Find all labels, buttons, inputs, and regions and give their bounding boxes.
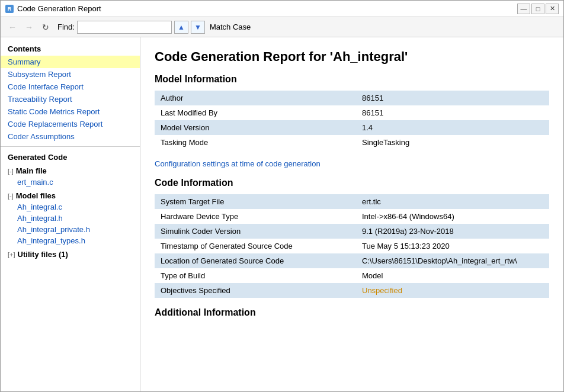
close-button[interactable]: ✕ (546, 4, 559, 14)
sidebar-item-static-code[interactable]: Static Code Metrics Report (1, 105, 140, 118)
title-bar: R Code Generation Report — □ ✕ (1, 1, 563, 17)
code-info-label-5: Type of Build (155, 268, 356, 283)
model-files-section: [-] Model files Ah_integral.c Ah_integra… (1, 189, 140, 248)
code-info-value-0: ert.tlc (356, 194, 549, 209)
sidebar-divider (1, 146, 140, 147)
utility-files-toggle[interactable]: [+] (8, 251, 15, 258)
table-row: Model Version 1.4 (155, 120, 549, 135)
model-files-header: [-] Model files (1, 190, 140, 201)
config-link[interactable]: Configuration settings at time of code g… (155, 159, 321, 168)
model-info-table: Author 86151 Last Modified By 86151 Mode… (155, 91, 549, 150)
ah-integral-c-link[interactable]: Ah_integral.c (1, 201, 140, 213)
generated-code-title: Generated Code (1, 150, 140, 164)
code-info-value-6: Unspecified (356, 283, 549, 298)
model-info-label-2: Model Version (155, 120, 356, 135)
model-info-label-1: Last Modified By (155, 105, 356, 120)
title-bar-left: R Code Generation Report (5, 4, 101, 13)
code-info-label-2: Simulink Coder Version (155, 224, 356, 239)
model-info-title: Model Information (155, 74, 549, 85)
code-info-label-3: Timestamp of Generated Source Code (155, 239, 356, 253)
table-row: Hardware Device Type Intel->x86-64 (Wind… (155, 209, 549, 224)
sidebar-item-code-interface[interactable]: Code Interface Report (1, 81, 140, 93)
utility-files-section: [+] Utility files (1) (1, 248, 140, 261)
find-up-button[interactable]: ▲ (174, 21, 188, 34)
contents-title: Contents (1, 42, 140, 56)
table-row: System Target File ert.tlc (155, 194, 549, 209)
code-info-label-4: Location of Generated Source Code (155, 253, 356, 268)
code-info-table: System Target File ert.tlc Hardware Devi… (155, 194, 549, 298)
model-info-label-0: Author (155, 91, 356, 105)
utility-files-header: [+] Utility files (1) (1, 249, 140, 260)
model-info-value-3: SingleTasking (356, 135, 549, 150)
main-area: Contents Summary Subsystem Report Code I… (1, 37, 563, 391)
table-row: Author 86151 (155, 91, 549, 105)
main-window: R Code Generation Report — □ ✕ ← → ↻ Fin… (0, 0, 564, 392)
table-row: Objectives Specified Unspecified (155, 283, 549, 298)
main-file-header: [-] Main file (1, 165, 140, 176)
code-info-title: Code Information (155, 178, 549, 188)
ah-integral-types-h-link[interactable]: Ah_integral_types.h (1, 235, 140, 246)
table-row: Location of Generated Source Code C:\Use… (155, 253, 549, 268)
model-info-label-3: Tasking Mode (155, 135, 356, 150)
table-row: Simulink Coder Version 9.1 (R2019a) 23-N… (155, 224, 549, 239)
code-info-value-2: 9.1 (R2019a) 23-Nov-2018 (356, 224, 549, 239)
code-info-label-0: System Target File (155, 194, 356, 209)
main-file-toggle[interactable]: [-] (8, 168, 14, 175)
title-bar-controls: — □ ✕ (517, 4, 559, 14)
code-info-label-1: Hardware Device Type (155, 209, 356, 224)
ert-main-link[interactable]: ert_main.c (1, 176, 140, 188)
refresh-button[interactable]: ↻ (39, 20, 53, 34)
main-file-label: Main file (16, 166, 47, 175)
back-button[interactable]: ← (5, 20, 20, 34)
content-area: Code Generation Report for 'Ah_integral'… (140, 37, 563, 391)
additional-info-title: Additional Information (155, 307, 549, 318)
model-info-value-0: 86151 (356, 91, 549, 105)
code-info-value-1: Intel->x86-64 (Windows64) (356, 209, 549, 224)
toolbar: ← → ↻ Find: ▲ ▼ Match Case (1, 17, 563, 37)
model-files-label: Model files (16, 191, 56, 200)
sidebar-item-code-replacements[interactable]: Code Replacements Report (1, 118, 140, 130)
find-input[interactable] (77, 21, 172, 34)
model-files-toggle[interactable]: [-] (8, 192, 14, 200)
sidebar-item-coder-assumptions[interactable]: Coder Assumptions (1, 130, 140, 143)
window-title: Code Generation Report (17, 4, 101, 13)
match-case-label: Match Case (210, 23, 251, 31)
minimize-button[interactable]: — (517, 4, 530, 14)
sidebar-item-subsystem[interactable]: Subsystem Report (1, 68, 140, 81)
code-info-value-3: Tue May 5 15:13:23 2020 (356, 239, 549, 253)
find-label: Find: (57, 23, 75, 31)
content-title: Code Generation Report for 'Ah_integral' (155, 49, 549, 65)
table-row: Tasking Mode SingleTasking (155, 135, 549, 150)
table-row: Timestamp of Generated Source Code Tue M… (155, 239, 549, 253)
sidebar: Contents Summary Subsystem Report Code I… (1, 37, 140, 391)
forward-button[interactable]: → (22, 20, 36, 34)
ah-integral-private-h-link[interactable]: Ah_integral_private.h (1, 224, 140, 235)
utility-files-label: Utility files (1) (18, 250, 68, 259)
model-info-value-1: 86151 (356, 105, 549, 120)
code-info-value-5: Model (356, 268, 549, 283)
table-row: Last Modified By 86151 (155, 105, 549, 120)
model-info-value-2: 1.4 (356, 120, 549, 135)
table-row: Type of Build Model (155, 268, 549, 283)
code-info-label-6: Objectives Specified (155, 283, 356, 298)
code-info-value-4: C:\Users\86151\Desktop\Ah_integral_ert_r… (356, 253, 549, 268)
main-file-section: [-] Main file ert_main.c (1, 164, 140, 189)
sidebar-item-traceability[interactable]: Traceability Report (1, 93, 140, 105)
find-down-button[interactable]: ▼ (191, 21, 205, 34)
sidebar-item-summary[interactable]: Summary (1, 56, 140, 68)
ah-integral-h-link[interactable]: Ah_integral.h (1, 213, 140, 224)
maximize-button[interactable]: □ (531, 4, 544, 14)
app-icon: R (5, 5, 14, 13)
